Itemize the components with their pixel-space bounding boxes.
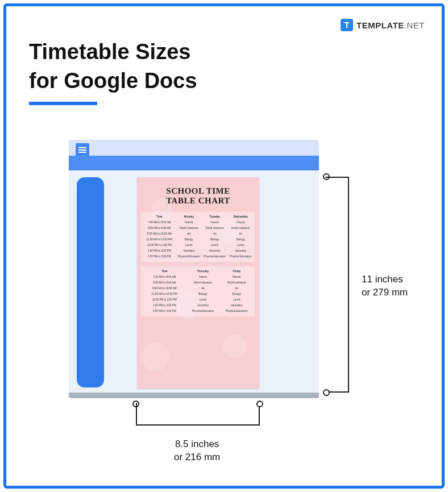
table-cell: French	[186, 276, 219, 278]
table-cell: World Literature	[228, 227, 254, 230]
table-cell: 11:00 AM to 12:00 PM	[143, 293, 186, 295]
timetable-section-2: TimeThursdayFriday7:00 AM to 8:00 AMFren…	[142, 266, 255, 316]
infographic-frame: T TEMPLATE.NET Timetable Sizes for Googl…	[3, 3, 445, 489]
table-cell: French	[228, 221, 254, 224]
table-cell: Lunch	[186, 298, 219, 301]
table-row: 1:00 PM to 2:00 PMGeometryGeometryGeomet…	[143, 248, 254, 254]
table-row: 1:00 PM to 2:00 PMGeometryGeometry	[143, 303, 254, 308]
table-cell: Physical Education	[228, 255, 254, 258]
table-cell: World Literature	[202, 227, 227, 230]
table-cell: Physical Education	[202, 255, 227, 258]
docs-tab-icon	[76, 143, 89, 156]
table-cell: French	[220, 276, 254, 278]
dim-dot-icon	[323, 389, 330, 396]
docs-sidebar	[77, 177, 104, 387]
width-line2: or 216 mm	[174, 452, 220, 462]
table-row: 2:00 PM to 3:00 PMPhysical EducationPhys…	[143, 308, 254, 314]
height-dimension-bracket	[322, 177, 356, 393]
table-cell: 9:00 AM to 10:00 AM	[143, 287, 186, 290]
document-page: SCHOOL TIME TABLE CHART TimeMondayTuesda…	[137, 177, 259, 389]
table-cell: Physical Education	[176, 255, 202, 258]
table-cell: World Literature	[186, 281, 219, 284]
doc-heading-l1: SCHOOL TIME	[166, 186, 230, 195]
table-header-cell: Thursday	[186, 270, 219, 273]
table-header-row: TimeMondayTuesdayWednesday	[143, 214, 254, 220]
table-cell: 11:00 AM to 12:00 PM	[143, 238, 176, 241]
brand-logo: T TEMPLATE.NET	[341, 19, 425, 31]
height-line1: 11 inches	[362, 274, 403, 285]
table-cell: Geometry	[186, 304, 219, 307]
table-row: 8:00 AM to 9:00 AMWorld LiteratureWorld …	[143, 280, 254, 286]
page-title: Timetable Sizes for Google Docs	[29, 37, 197, 96]
table-row: 11:00 AM to 12:00 PMBiologyBiology	[143, 291, 254, 297]
table-row: 7:00 AM to 8:00 AMFrenchFrench	[143, 274, 254, 280]
table-cell: Physical Education	[220, 310, 254, 312]
title-underline	[29, 102, 97, 105]
table-row: 12:00 PM to 1:00 PMLunchLunchLunch	[143, 243, 254, 248]
table-cell: Art	[202, 232, 227, 235]
brand-name-light: .NET	[404, 20, 425, 30]
dim-dot-icon	[256, 401, 263, 407]
table-cell: Biology	[176, 238, 202, 241]
table-cell: 8:00 AM to 9:00 AM	[143, 227, 176, 230]
table-cell: Art	[176, 232, 202, 235]
table-header-cell: Friday	[220, 270, 254, 273]
width-dimension-label: 8.5 inches or 216 mm	[174, 438, 220, 464]
table-header-cell: Tuesday	[202, 215, 227, 218]
height-line2: or 279 mm	[362, 287, 408, 298]
table-cell: Art	[228, 232, 254, 235]
table-cell: 8:00 AM to 9:00 AM	[143, 281, 186, 284]
width-dimension-bracket	[136, 399, 260, 431]
table-row: 9:00 AM to 10:00 AMArtArt	[143, 286, 254, 291]
browser-toolbar	[69, 156, 319, 170]
table-header-cell: Wednesday	[228, 215, 254, 218]
table-header-cell: Monday	[176, 215, 202, 218]
table-header-cell: Time	[143, 270, 186, 273]
browser-tabbar	[69, 140, 319, 156]
table-cell: Geometry	[220, 304, 254, 307]
table-cell: Geometry	[228, 249, 254, 252]
table-cell: Lunch	[176, 244, 202, 247]
browser-window: SCHOOL TIME TABLE CHART TimeMondayTuesda…	[69, 140, 319, 398]
table-row: 11:00 AM to 12:00 PMBiologyBiologyBiolog…	[143, 237, 254, 243]
docs-mockup: SCHOOL TIME TABLE CHART TimeMondayTuesda…	[69, 140, 319, 398]
table-cell: 2:00 PM to 3:00 PM	[143, 310, 186, 312]
title-line2: for Google Docs	[29, 69, 197, 93]
table-cell: 7:00 AM to 8:00 AM	[143, 276, 186, 278]
table-cell: Biology	[220, 293, 254, 295]
table-cell: Geometry	[202, 249, 227, 252]
table-row: 8:00 AM to 9:00 AMWorld LiteratureWorld …	[143, 226, 254, 231]
table-cell: 7:00 AM to 8:00 AM	[143, 221, 176, 224]
width-line1: 8.5 inches	[175, 439, 219, 449]
title-block: Timetable Sizes for Google Docs	[29, 37, 197, 105]
height-dimension-label: 11 inches or 279 mm	[362, 273, 408, 299]
table-cell: 9:00 AM to 10:00 AM	[143, 232, 176, 235]
document-heading: SCHOOL TIME TABLE CHART	[140, 186, 256, 206]
table-row: 12:00 PM to 1:00 PMLunchLunch	[143, 297, 254, 303]
table-cell: Biology	[228, 238, 254, 241]
table-cell: 12:00 PM to 1:00 PM	[143, 244, 176, 247]
table-cell: Geometry	[176, 249, 202, 252]
table-cell: 2:00 PM to 3:00 PM	[143, 255, 176, 258]
table-row: 7:00 AM to 8:00 AMFrenchFrenchFrench	[143, 220, 254, 226]
table-header-cell: Time	[143, 215, 176, 218]
table-cell: Art	[220, 287, 254, 290]
table-cell: 1:00 PM to 2:00 PM	[143, 304, 186, 307]
table-cell: Physical Education	[186, 310, 219, 312]
table-cell: Lunch	[220, 298, 254, 301]
title-line1: Timetable Sizes	[29, 40, 190, 64]
table-cell: World Literature	[220, 281, 254, 284]
brand-name-bold: TEMPLATE	[356, 20, 404, 30]
brand-icon: T	[341, 19, 353, 31]
table-row: 2:00 PM to 3:00 PMPhysical EducationPhys…	[143, 254, 254, 260]
table-cell: 12:00 PM to 1:00 PM	[143, 298, 186, 301]
browser-body: SCHOOL TIME TABLE CHART TimeMondayTuesda…	[69, 170, 319, 398]
table-header-row: TimeThursdayFriday	[143, 269, 254, 274]
table-cell: French	[202, 221, 227, 224]
table-cell: Biology	[186, 293, 219, 295]
table-row: 9:00 AM to 10:00 AMArtArtArt	[143, 231, 254, 237]
table-cell: French	[176, 221, 202, 224]
table-cell: Lunch	[228, 244, 254, 247]
table-cell: World Literature	[176, 227, 202, 230]
table-cell: Lunch	[202, 244, 227, 247]
